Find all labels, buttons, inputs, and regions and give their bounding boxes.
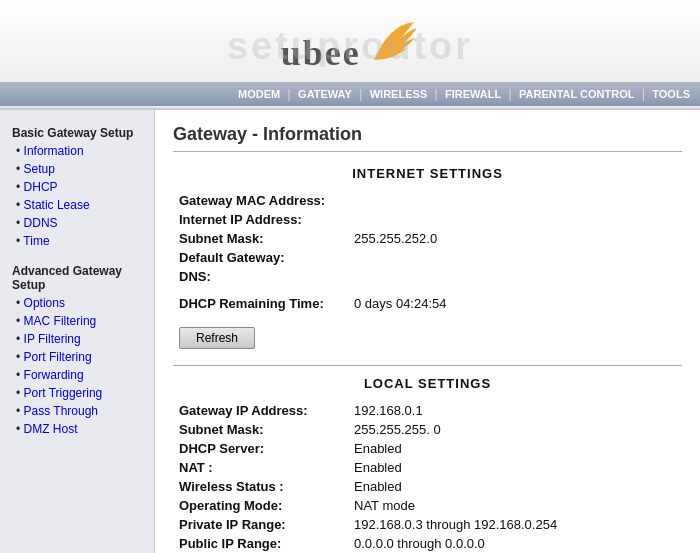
nav-tools[interactable]: TOOLS bbox=[652, 88, 690, 100]
sidebar-item-static-lease[interactable]: Static Lease bbox=[0, 196, 154, 214]
sidebar: Basic Gateway Setup Information Setup DH… bbox=[0, 110, 155, 553]
nav-gateway[interactable]: GATEWAY bbox=[298, 88, 352, 100]
field-label: Public IP Range: bbox=[173, 534, 348, 553]
dhcp-remaining-table: DHCP Remaining Time: 0 days 04:24:54 bbox=[173, 294, 682, 313]
sidebar-item-ddns[interactable]: DDNS bbox=[0, 214, 154, 232]
sidebar-item-port-triggering[interactable]: Port Triggering bbox=[0, 384, 154, 402]
sidebar-item-port-filtering[interactable]: Port Filtering bbox=[0, 348, 154, 366]
table-row: Public IP Range: 0.0.0.0 through 0.0.0.0 bbox=[173, 534, 682, 553]
field-value bbox=[348, 191, 682, 210]
table-row: Gateway MAC Address: bbox=[173, 191, 682, 210]
field-value: 0.0.0.0 through 0.0.0.0 bbox=[348, 534, 682, 553]
nav-sep4: | bbox=[509, 87, 512, 101]
logo-area: ubee setuproutor bbox=[0, 10, 700, 82]
field-label: Default Gateway: bbox=[173, 248, 348, 267]
table-row: Internet IP Address: bbox=[173, 210, 682, 229]
field-value: 192.168.0.3 through 192.168.0.254 bbox=[348, 515, 682, 534]
sidebar-item-setup[interactable]: Setup bbox=[0, 160, 154, 178]
nav-bar: MODEM | GATEWAY | WIRELESS | FIREWALL | … bbox=[0, 82, 700, 106]
field-label: Operating Mode: bbox=[173, 496, 348, 515]
table-row: DHCP Server: Enabled bbox=[173, 439, 682, 458]
dhcp-remaining-value: 0 days 04:24:54 bbox=[348, 294, 682, 313]
table-row: NAT : Enabled bbox=[173, 458, 682, 477]
logo-text: ubee bbox=[281, 33, 361, 73]
table-row: Gateway IP Address: 192.168.0.1 bbox=[173, 401, 682, 420]
dhcp-remaining-label: DHCP Remaining Time: bbox=[173, 294, 348, 313]
field-label: Gateway IP Address: bbox=[173, 401, 348, 420]
table-row: Private IP Range: 192.168.0.3 through 19… bbox=[173, 515, 682, 534]
sidebar-item-dmz-host[interactable]: DMZ Host bbox=[0, 420, 154, 438]
field-label: DNS: bbox=[173, 267, 348, 286]
table-row: Operating Mode: NAT mode bbox=[173, 496, 682, 515]
field-value: Enabled bbox=[348, 439, 682, 458]
field-label: Private IP Range: bbox=[173, 515, 348, 534]
sidebar-item-ip-filtering[interactable]: IP Filtering bbox=[0, 330, 154, 348]
field-value: Enabled bbox=[348, 458, 682, 477]
field-value bbox=[348, 210, 682, 229]
field-label: Wireless Status : bbox=[173, 477, 348, 496]
field-value: 255.255.252.0 bbox=[348, 229, 682, 248]
page-title: Gateway - Information bbox=[173, 124, 682, 152]
sidebar-item-options[interactable]: Options bbox=[0, 294, 154, 312]
sidebar-item-forwarding[interactable]: Forwarding bbox=[0, 366, 154, 384]
nav-sep2: | bbox=[359, 87, 362, 101]
field-label: Gateway MAC Address: bbox=[173, 191, 348, 210]
nav-parental[interactable]: PARENTAL CONTROL bbox=[519, 88, 635, 100]
nav-wireless[interactable]: WIRELESS bbox=[370, 88, 427, 100]
field-value: Enabled bbox=[348, 477, 682, 496]
table-row: Subnet Mask: 255.255.255. 0 bbox=[173, 420, 682, 439]
content-area: Gateway - Information INTERNET SETTINGS … bbox=[155, 110, 700, 553]
main-layout: Basic Gateway Setup Information Setup DH… bbox=[0, 110, 700, 553]
sidebar-basic-title: Basic Gateway Setup bbox=[0, 120, 154, 142]
field-label: Subnet Mask: bbox=[173, 420, 348, 439]
field-label: NAT : bbox=[173, 458, 348, 477]
nav-modem[interactable]: MODEM bbox=[238, 88, 280, 100]
field-value bbox=[348, 248, 682, 267]
nav-sep3: | bbox=[434, 87, 437, 101]
field-value bbox=[348, 267, 682, 286]
field-label: Subnet Mask: bbox=[173, 229, 348, 248]
logo-wing-icon bbox=[369, 20, 419, 68]
sidebar-advanced-title: Advanced Gateway Setup bbox=[0, 258, 154, 294]
field-label: DHCP Server: bbox=[173, 439, 348, 458]
nav-firewall[interactable]: FIREWALL bbox=[445, 88, 501, 100]
sidebar-item-information[interactable]: Information bbox=[0, 142, 154, 160]
local-heading: LOCAL SETTINGS bbox=[173, 376, 682, 391]
table-row: Subnet Mask: 255.255.252.0 bbox=[173, 229, 682, 248]
sidebar-item-mac-filtering[interactable]: MAC Filtering bbox=[0, 312, 154, 330]
internet-heading: INTERNET SETTINGS bbox=[173, 166, 682, 181]
field-value: NAT mode bbox=[348, 496, 682, 515]
field-value: 192.168.0.1 bbox=[348, 401, 682, 420]
table-row: DHCP Remaining Time: 0 days 04:24:54 bbox=[173, 294, 682, 313]
field-label: Internet IP Address: bbox=[173, 210, 348, 229]
local-settings-table: Gateway IP Address: 192.168.0.1 Subnet M… bbox=[173, 401, 682, 553]
internet-settings-table: Gateway MAC Address: Internet IP Address… bbox=[173, 191, 682, 286]
sidebar-item-pass-through[interactable]: Pass Through bbox=[0, 402, 154, 420]
sidebar-item-dhcp[interactable]: DHCP bbox=[0, 178, 154, 196]
table-row: Default Gateway: bbox=[173, 248, 682, 267]
divider bbox=[173, 365, 682, 366]
table-row: Wireless Status : Enabled bbox=[173, 477, 682, 496]
field-value: 255.255.255. 0 bbox=[348, 420, 682, 439]
refresh-button[interactable]: Refresh bbox=[179, 327, 255, 349]
table-row: DNS: bbox=[173, 267, 682, 286]
header: ubee setuproutor MODEM | GATEWAY | WIREL… bbox=[0, 0, 700, 110]
sidebar-item-time[interactable]: Time bbox=[0, 232, 154, 250]
nav-sep1: | bbox=[288, 87, 291, 101]
nav-sep5: | bbox=[642, 87, 645, 101]
